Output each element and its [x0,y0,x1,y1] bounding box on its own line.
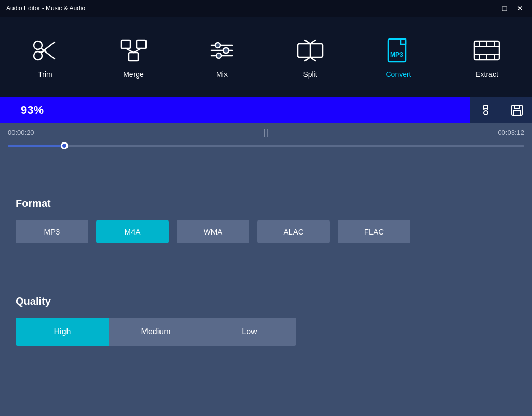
window-controls: – □ ✕ [483,3,526,14]
spacer-1 [16,166,516,198]
format-buttons: MP3 M4A WMA ALAC FLAC [16,220,516,243]
format-flac-button[interactable]: FLAC [338,220,410,243]
close-button[interactable]: ✕ [514,3,526,14]
toolbar-label-split: Split [303,70,317,79]
toolbar-label-merge: Merge [123,70,144,79]
add-music-button[interactable] [470,97,501,123]
app-title: Audio Editor - Music & Audio [6,5,85,12]
spacer-2 [16,264,516,295]
minimize-button[interactable]: – [483,3,495,14]
save-button[interactable] [501,97,532,123]
scissors-icon [31,36,60,65]
svg-rect-5 [121,40,130,48]
svg-rect-6 [137,40,146,48]
svg-point-15 [216,53,221,58]
toolbar-item-trim[interactable]: Trim [1,17,89,97]
time-labels: 00:00:20 || 00:03:12 [8,128,524,136]
progress-percent: 93% [21,103,44,117]
svg-rect-32 [513,111,521,115]
svg-rect-18 [388,39,406,62]
format-alac-button[interactable]: ALAC [257,220,330,243]
progress-area: 93% [0,97,532,123]
svg-point-29 [484,111,488,115]
toolbar-item-merge[interactable]: Merge [89,17,178,97]
toolbar-item-convert[interactable]: MP3 Convert [354,17,443,97]
format-section-label: Format [16,198,516,210]
timeline-track [8,145,524,147]
quality-high-button[interactable]: High [16,318,109,346]
toolbar-label-trim: Trim [38,70,52,79]
film-icon [472,36,501,65]
mp3-icon: MP3 [384,36,413,65]
timeline-thumb[interactable] [61,142,68,149]
timeline-track-filled [8,145,64,147]
quality-buttons: High Medium Low [16,318,516,346]
svg-point-14 [223,48,229,53]
toolbar: Trim Merge Mix [0,17,532,97]
playback-indicator: || [264,128,268,137]
format-m4a-button[interactable]: M4A [96,220,169,243]
quality-medium-button[interactable]: Medium [109,318,203,346]
svg-point-13 [215,43,220,48]
toolbar-label-extract: Extract [475,70,498,79]
content-area: Format MP3 M4A WMA ALAC FLAC Quality Hig… [0,151,532,346]
toolbar-item-split[interactable]: Split [266,17,354,97]
mix-icon [207,36,236,65]
format-mp3-button[interactable]: MP3 [16,220,88,243]
toolbar-item-extract[interactable]: Extract [443,17,531,97]
svg-line-3 [41,48,55,59]
progress-text: 93% [0,97,532,123]
toolbar-item-mix[interactable]: Mix [178,17,266,97]
svg-text:MP3: MP3 [390,51,403,58]
format-wma-button[interactable]: WMA [177,220,249,243]
quality-low-button[interactable]: Low [203,318,296,346]
total-time: 00:03:12 [498,128,524,136]
toolbar-label-convert: Convert [385,70,411,79]
timeline-slider[interactable] [8,140,524,151]
svg-rect-7 [129,53,138,61]
maximize-button[interactable]: □ [499,3,510,14]
quality-section-label: Quality [16,295,516,307]
merge-icon [119,36,148,65]
svg-rect-31 [514,105,520,109]
title-bar: Audio Editor - Music & Audio – □ ✕ [0,0,532,17]
split-icon [296,36,325,65]
current-time: 00:00:20 [8,128,34,136]
toolbar-label-mix: Mix [216,70,228,79]
timeline-area: 00:00:20 || 00:03:12 [0,123,532,151]
progress-actions [470,97,532,123]
